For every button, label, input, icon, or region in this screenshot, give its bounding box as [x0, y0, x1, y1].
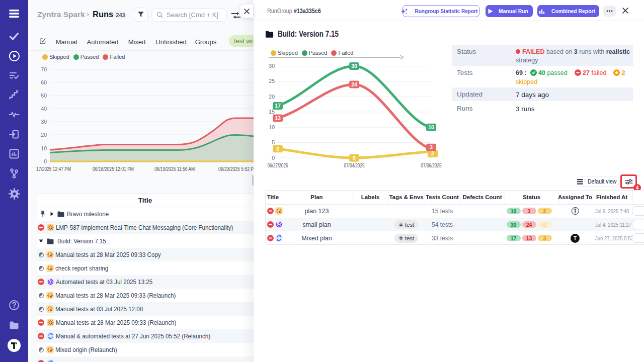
svg-text:15: 15 — [269, 109, 275, 115]
svg-text:10: 10 — [428, 124, 434, 130]
svg-text:30: 30 — [351, 63, 357, 69]
svg-text:2: 2 — [431, 150, 434, 156]
svg-text:07/04/2025: 07/04/2025 — [344, 163, 365, 168]
svg-text:0: 0 — [44, 158, 47, 164]
svg-text:06/23/2025 5:52 P: 06/23/2025 5:52 P — [218, 166, 254, 172]
svg-text:06/19/2025 11:56 AM: 06/19/2025 11:56 AM — [154, 166, 195, 172]
svg-text:24: 24 — [351, 81, 357, 87]
svg-text:5: 5 — [272, 139, 275, 145]
svg-text:30: 30 — [269, 63, 275, 69]
svg-text:30: 30 — [41, 119, 47, 125]
svg-text:0: 0 — [353, 155, 356, 161]
svg-text:06/27/2025: 06/27/2025 — [268, 163, 288, 168]
svg-text:3: 3 — [276, 146, 279, 152]
svg-text:17/2025 12:47 PM: 17/2025 12:47 PM — [36, 166, 71, 172]
svg-text:13: 13 — [275, 115, 281, 121]
svg-text:20: 20 — [41, 132, 47, 138]
svg-text:07/06/2025: 07/06/2025 — [421, 163, 442, 168]
svg-text:40: 40 — [41, 106, 47, 112]
svg-text:3: 3 — [430, 144, 433, 150]
svg-text:50: 50 — [41, 93, 47, 99]
svg-text:20: 20 — [269, 94, 275, 100]
svg-text:17: 17 — [275, 103, 281, 109]
svg-text:25: 25 — [269, 78, 275, 84]
svg-text:10: 10 — [41, 145, 47, 151]
svg-text:10: 10 — [269, 124, 275, 130]
svg-text:60: 60 — [41, 79, 47, 85]
svg-text:70: 70 — [41, 66, 47, 72]
svg-text:0: 0 — [272, 155, 275, 161]
svg-text:06/18/2025 12:01 PM: 06/18/2025 12:01 PM — [93, 166, 134, 172]
